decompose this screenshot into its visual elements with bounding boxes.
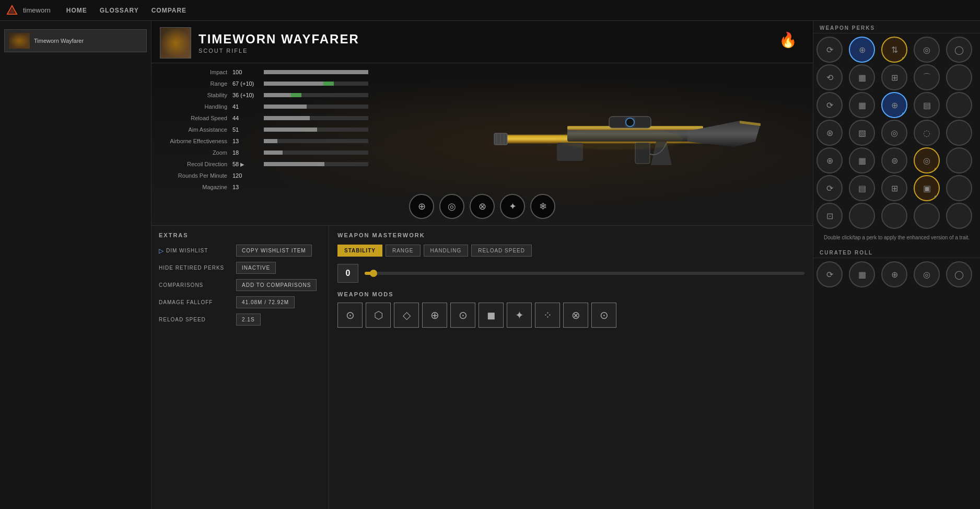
- perk-icon-6[interactable]: ▦: [849, 64, 875, 90]
- perk-icon-34: [946, 203, 972, 229]
- perk-icon-20[interactable]: ⊕: [816, 147, 843, 173]
- perk-icon-31: [849, 203, 875, 229]
- perk-icon-7[interactable]: ⊞: [881, 64, 907, 90]
- mod-slot-5[interactable]: ◼: [479, 303, 504, 328]
- right-panel: WEAPON PERKS ⟳⊕⇅▲◎◯⟲▦⊞⌒⟳▦⊕▲▤⊛▧◎◌⊕▦⊚◎▲⟳▤⊞…: [813, 21, 980, 509]
- sidebar-item-name: Timeworn Wayfarer: [34, 38, 84, 44]
- mw-tab-range[interactable]: RANGE: [386, 245, 421, 257]
- dim-arrow-icon: ▷: [159, 247, 164, 254]
- extras-title: EXTRAS: [159, 232, 321, 238]
- weapon-perk-icons-row: ⊕ ◎ ⊗ ✦ ❄: [409, 194, 555, 219]
- perk-circle-1[interactable]: ⊕: [409, 194, 434, 219]
- perk-icon-5[interactable]: ⟲: [816, 64, 843, 90]
- perk-icon-23[interactable]: ◎▲: [914, 147, 940, 173]
- stat-bar-fill: [264, 151, 283, 155]
- perk-icon-21[interactable]: ▦: [849, 147, 875, 173]
- curated-perk-icon-3[interactable]: ◎: [914, 261, 940, 287]
- mod-slot-8[interactable]: ⊗: [563, 303, 588, 328]
- extras-label-retired: HIDE RETIRED PERKS: [159, 265, 232, 271]
- perk-circle-2[interactable]: ◎: [439, 194, 464, 219]
- perk-icon-11[interactable]: ▦: [849, 92, 875, 118]
- perk-icon-17[interactable]: ◎: [881, 120, 907, 146]
- stat-row: Rounds Per Minute120: [157, 171, 355, 180]
- masterwork-value: 0: [337, 264, 358, 283]
- masterwork-slider-thumb[interactable]: [370, 270, 377, 277]
- nav-logo: [6, 5, 18, 16]
- stat-row: Recoil Direction58 ▶: [157, 159, 355, 169]
- perk-icon-9: [946, 64, 972, 90]
- mw-tab-handling[interactable]: HANDLING: [424, 245, 469, 257]
- mod-slot-6[interactable]: ✦: [507, 303, 532, 328]
- sidebar-weapon-item[interactable]: Timeworn Wayfarer: [4, 29, 147, 52]
- perk-icon-18[interactable]: ◌: [914, 120, 940, 146]
- perk-icon-28[interactable]: ▣▲: [914, 175, 940, 201]
- perk-icon-13[interactable]: ▤: [914, 92, 940, 118]
- stat-value: 120: [232, 172, 264, 179]
- add-to-comparisons-button[interactable]: ADD TO COMPARISONS: [236, 279, 317, 291]
- perk-icon-15[interactable]: ⊛: [816, 120, 843, 146]
- perk-circle-5[interactable]: ❄: [530, 194, 555, 219]
- perk-icon-22[interactable]: ⊚: [881, 147, 907, 173]
- weapon-header-thumb: [160, 27, 191, 59]
- mod-slot-3[interactable]: ⊕: [422, 303, 447, 328]
- nav-home[interactable]: HOME: [66, 7, 87, 14]
- perk-icon-27[interactable]: ⊞: [881, 175, 907, 201]
- mod-slot-2[interactable]: ◇: [394, 303, 419, 328]
- perk-icon-4[interactable]: ◯: [946, 37, 972, 63]
- masterwork-slider-row: 0: [337, 264, 804, 283]
- perk-icon-25[interactable]: ⟳: [816, 175, 843, 201]
- curated-perk-icon-4[interactable]: ◯: [946, 261, 972, 287]
- stat-bar: [264, 70, 368, 74]
- mw-tab-reload-speed[interactable]: RELOAD SPEED: [471, 245, 532, 257]
- svg-point-6: [626, 118, 634, 126]
- stat-label: Aim Assistance: [157, 126, 232, 133]
- perk-icon-10[interactable]: ⟳: [816, 92, 843, 118]
- perk-icon-2[interactable]: ⇅▲: [881, 37, 907, 63]
- perk-icon-29: [946, 175, 972, 201]
- damage-falloff-value[interactable]: 41.08m / 72.92m: [236, 296, 295, 308]
- top-nav: timeworn HOME GLOSSARY COMPARE: [0, 0, 980, 21]
- stat-bar: [264, 139, 368, 143]
- perk-icon-26[interactable]: ▤: [849, 175, 875, 201]
- perk-circle-3[interactable]: ⊗: [470, 194, 495, 219]
- extras-row-retired: HIDE RETIRED PERKS INACTIVE: [159, 262, 321, 274]
- stat-bar-bonus: [323, 82, 334, 86]
- stat-label: Rounds Per Minute: [157, 172, 232, 179]
- curated-perk-icon-0[interactable]: ⟳: [816, 261, 843, 287]
- mod-slot-7[interactable]: ⁘: [535, 303, 560, 328]
- mod-slot-9[interactable]: ⊙: [591, 303, 616, 328]
- perk-icon-1[interactable]: ⊕: [849, 37, 875, 63]
- masterwork-slider[interactable]: [365, 272, 804, 275]
- nav-compare[interactable]: COMPARE: [151, 7, 186, 14]
- perk-icon-30[interactable]: ⊡: [816, 203, 843, 229]
- extras-row-reload-speed: RELOAD SPEED 2.1s: [159, 314, 321, 326]
- stat-row: Zoom18: [157, 148, 355, 157]
- extras-row-damage-falloff: DAMAGE FALLOFF 41.08m / 72.92m: [159, 296, 321, 308]
- inactive-button[interactable]: INACTIVE: [236, 262, 276, 274]
- copy-wishlist-button[interactable]: COPY WISHLIST ITEM: [236, 245, 312, 257]
- stats-panel: Impact100Range67 (+10)Stability36 (+10)H…: [157, 67, 355, 194]
- perk-icon-12[interactable]: ⊕▲: [881, 92, 907, 118]
- perk-icon-16[interactable]: ▧: [849, 120, 875, 146]
- stat-bar-fill: [264, 128, 317, 132]
- stat-label: Zoom: [157, 149, 232, 156]
- stat-label: Reload Speed: [157, 115, 232, 121]
- perk-icon-8[interactable]: ⌒: [914, 64, 940, 90]
- perk-icon-19: [946, 120, 972, 146]
- perk-circle-4[interactable]: ✦: [500, 194, 525, 219]
- nav-search-text[interactable]: timeworn: [23, 6, 51, 14]
- curated-perk-icon-1[interactable]: ▦: [849, 261, 875, 287]
- stat-bar-fill: [264, 82, 323, 86]
- perks-title: WEAPON PERKS: [813, 21, 980, 33]
- reload-speed-value[interactable]: 2.1s: [236, 314, 261, 326]
- perk-icon-0[interactable]: ⟳: [816, 37, 843, 63]
- curated-perk-icon-2[interactable]: ⊕: [881, 261, 907, 287]
- stat-label: Recoil Direction: [157, 161, 232, 167]
- mw-tab-stability[interactable]: STABILITY: [337, 245, 382, 257]
- mod-slot-4[interactable]: ⊙: [450, 303, 475, 328]
- stat-value: 13: [232, 184, 264, 190]
- mod-slot-0[interactable]: ⊙: [337, 303, 363, 328]
- nav-glossary[interactable]: GLOSSARY: [100, 7, 139, 14]
- perk-icon-3[interactable]: ◎: [914, 37, 940, 63]
- mod-slot-1[interactable]: ⬡: [366, 303, 391, 328]
